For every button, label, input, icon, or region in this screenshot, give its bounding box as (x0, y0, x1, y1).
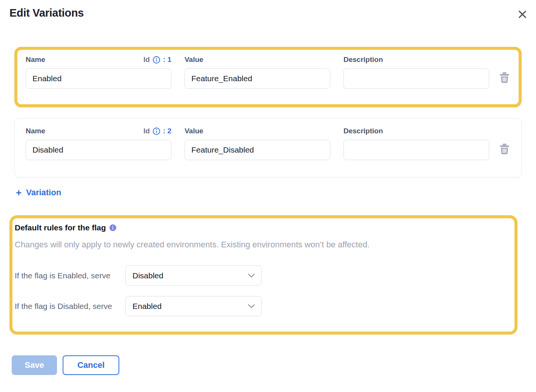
rule-row-enabled: If the flag is Enabled, serve Disabled (15, 265, 507, 286)
description-label: Description (343, 127, 383, 135)
id-value: : 1 (163, 56, 171, 64)
add-variation-label: Variation (26, 188, 61, 198)
id-label: Id (143, 127, 150, 135)
variation-description-input[interactable] (343, 140, 489, 160)
chevron-down-icon (248, 304, 255, 309)
default-rules-subtitle: Changes will only apply to newly created… (15, 240, 507, 250)
variation-description-input[interactable] (343, 68, 489, 89)
variation-id: Id : 1 (143, 56, 171, 64)
name-label: Name (26, 56, 45, 64)
variation-card-1: Name Id : 1 Value Description (14, 47, 522, 107)
value-field-group: Value (185, 55, 330, 89)
variation-card-2: Name Id : 2 Value Description (14, 118, 522, 177)
delete-variation-button[interactable] (499, 144, 510, 155)
name-label: Name (26, 127, 45, 135)
plus-icon: + (16, 188, 22, 198)
add-variation-button[interactable]: + Variation (16, 188, 61, 198)
serve-dropdown-disabled[interactable]: Enabled (125, 296, 262, 316)
variation-name-input[interactable] (26, 140, 171, 160)
variation-value-input[interactable] (185, 140, 330, 160)
trash-icon (499, 72, 510, 84)
description-field-group: Description (343, 126, 489, 160)
name-field-group: Name Id : 1 (26, 55, 171, 89)
close-button[interactable] (517, 9, 528, 20)
description-label: Description (343, 56, 383, 64)
description-field-group: Description (343, 55, 489, 89)
info-icon[interactable] (152, 127, 160, 135)
value-label: Value (185, 56, 203, 64)
dropdown-selected-value: Disabled (132, 271, 163, 280)
save-button[interactable]: Save (12, 355, 57, 375)
cancel-button[interactable]: Cancel (63, 355, 119, 375)
info-filled-icon[interactable] (109, 224, 116, 231)
page-title: Edit Variations (9, 7, 84, 19)
value-label: Value (185, 127, 203, 135)
serve-dropdown-enabled[interactable]: Disabled (125, 265, 262, 286)
trash-icon (499, 144, 510, 156)
variation-name-input[interactable] (26, 68, 171, 89)
rule-label: If the flag is Enabled, serve (15, 270, 119, 282)
name-field-group: Name Id : 2 (26, 126, 171, 160)
id-label: Id (143, 56, 150, 64)
value-field-group: Value (185, 126, 330, 160)
chevron-down-icon (248, 273, 255, 278)
variation-value-input[interactable] (185, 68, 330, 89)
delete-variation-button[interactable] (499, 73, 510, 84)
default-rules-card: Default rules for the flag Changes will … (9, 215, 518, 335)
rule-label: If the flag is Disabled, serve (15, 300, 119, 312)
close-icon (517, 9, 528, 21)
rule-row-disabled: If the flag is Disabled, serve Enabled (15, 296, 507, 316)
id-value: : 2 (163, 127, 171, 135)
dropdown-selected-value: Enabled (132, 302, 162, 311)
info-icon[interactable] (152, 56, 160, 64)
default-rules-title: Default rules for the flag (15, 223, 106, 232)
variation-id: Id : 2 (143, 127, 171, 135)
